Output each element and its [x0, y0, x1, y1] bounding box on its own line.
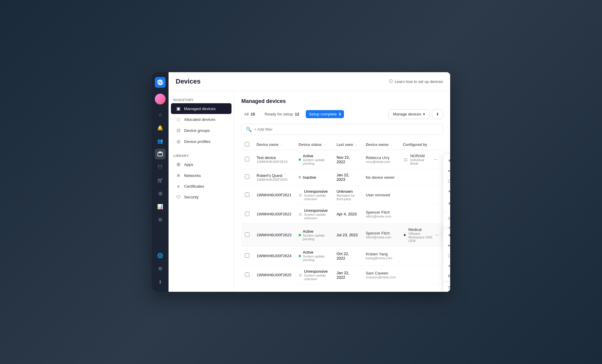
nav-devices-icon[interactable]: [155, 149, 166, 159]
table-row: 1WMHH6U00F2624 Active System update pend…: [241, 246, 443, 266]
row-checkbox[interactable]: [245, 212, 249, 216]
row-checkbox[interactable]: [245, 232, 249, 237]
device-groups-icon: ⊡: [176, 128, 181, 133]
device-profiles-label: Device profiles: [184, 139, 211, 144]
table-row: Robert's Quest 1WMHH6U00F2620 Inactive J…: [241, 169, 443, 186]
nav-home-icon[interactable]: ⌂: [155, 109, 166, 120]
nav-chart-icon[interactable]: 📊: [155, 201, 166, 212]
row-checkbox[interactable]: [245, 253, 249, 258]
config-sub: VMware Workspace ONE UEM: [408, 232, 435, 243]
table-row: 1WMHH6U00F2622 ⊘ Unresponsive System upd…: [241, 205, 443, 224]
sidebar-item-certificates[interactable]: ≡ Certificates: [171, 181, 231, 192]
owner-cell: Sam Caveen scaveen@meta.com: [362, 266, 399, 285]
tab-setup-complete[interactable]: Setup complete 3: [306, 110, 344, 118]
manage-devices-label: Manage devices: [393, 112, 421, 116]
tab-all[interactable]: All 15: [241, 110, 258, 118]
nav-people-icon[interactable]: 👥: [155, 135, 166, 146]
menu-move-group-2[interactable]: □ Move to device group: [443, 251, 450, 261]
device-status-cell: Active System update pending: [295, 246, 333, 266]
table-row: 1WMHH6U00F2625 ⊘ Unresponsive System upd…: [241, 266, 443, 285]
device-name-cell: 1WMHH6U00F2621: [253, 186, 295, 205]
status-dot-active: [299, 158, 301, 161]
nav-settings-bottom-icon[interactable]: ⚙: [155, 263, 166, 274]
sidebar-item-security[interactable]: 🛡 Security: [171, 192, 231, 202]
owner-cell: User removed: [362, 186, 399, 205]
last-seen-sort-icon[interactable]: ↕: [355, 143, 357, 146]
sidebar-item-allocated-devices[interactable]: □ Allocated devices: [171, 114, 231, 125]
nav-grid-icon[interactable]: ⊞: [155, 188, 166, 199]
status-label: Unresponsive: [304, 269, 328, 274]
sidebar-item-apps[interactable]: ⊞ Apps: [171, 159, 231, 170]
help-link[interactable]: ⓘ Learn how to set up devices: [389, 79, 443, 84]
row-more-button[interactable]: ···: [432, 155, 439, 164]
action-buttons: Manage devices ▾ ⬇: [388, 109, 443, 119]
filter-bar[interactable]: 🔍: [241, 124, 443, 135]
device-status-cell: Active System update pending: [295, 150, 333, 169]
status-label: Active: [303, 229, 313, 234]
device-name-main: Robert's Quest: [257, 173, 291, 178]
row-checkbox[interactable]: [245, 192, 249, 197]
certificates-label: Certificates: [184, 184, 204, 189]
tab-complete-count: 3: [339, 112, 341, 116]
help-icon: ⓘ: [389, 79, 393, 84]
menu-new-group-1[interactable]: + New device group: [443, 186, 450, 196]
managed-devices-icon: ▣: [176, 106, 181, 111]
networks-label: Networks: [184, 173, 201, 178]
sidebar-item-managed-devices[interactable]: ▣ Managed devices: [171, 103, 231, 114]
last-seen-cell: Jan 22, 2023: [333, 169, 362, 186]
status-sort-icon[interactable]: ↕: [324, 143, 325, 146]
device-status-cell: Inactive: [295, 169, 333, 186]
owner-email: scaveen@meta.com: [366, 275, 396, 279]
sidebar-item-device-profiles[interactable]: ◎ Device profiles: [171, 136, 231, 147]
last-seen-cell: Apr 4, 2023: [333, 205, 362, 224]
left-nav: Inventory ▣ Managed devices □ Allocated …: [169, 91, 234, 292]
owner-cell: Spencer Fitch sfitch@meta.com: [362, 205, 399, 224]
menu-edit-name-2[interactable]: ✏ Edit device name: [443, 240, 450, 251]
menu-see-details-1[interactable]: 👁 See device details: [443, 156, 450, 166]
tab-all-label: All: [244, 112, 249, 116]
main-panel: Managed devices All 15 Ready for setup 1…: [234, 91, 450, 292]
nav-cart-icon[interactable]: 🛒: [155, 175, 166, 186]
owner-sort-icon[interactable]: ↕: [391, 143, 393, 146]
manage-devices-button[interactable]: Manage devices ▾: [388, 109, 430, 119]
user-avatar[interactable]: [155, 94, 166, 104]
config-icon-medical: ✦: [403, 232, 407, 238]
tab-all-count: 15: [251, 112, 255, 116]
menu-see-details-2[interactable]: 👁 See device details: [443, 230, 450, 240]
last-seen-value: Unknown: [336, 189, 359, 194]
col-configured-by: Configured by ↕: [399, 140, 443, 150]
menu-wipe-device-2[interactable]: ⟳ Wipe device: [443, 271, 450, 281]
menu-wipe-device-1[interactable]: ⟳ Wipe device: [443, 213, 450, 223]
config-sub: Individual Mode: [410, 158, 432, 165]
select-all-checkbox[interactable]: [245, 142, 249, 146]
sidebar-item-networks[interactable]: ≋ Networks: [171, 170, 231, 181]
status-label: Active: [303, 250, 313, 255]
nav-shield-icon[interactable]: 🛡: [155, 162, 166, 172]
download-button[interactable]: ⬇: [432, 109, 443, 119]
edit-icon: ✏: [448, 169, 450, 173]
row-checkbox[interactable]: [245, 175, 249, 179]
nav-globe-icon[interactable]: 🌐: [155, 250, 166, 261]
content-row: Inventory ▣ Managed devices □ Allocated …: [169, 91, 450, 292]
menu-move-group-1[interactable]: □ Move to device group: [443, 176, 450, 186]
row-checkbox[interactable]: [245, 272, 249, 277]
search-input[interactable]: [254, 127, 439, 132]
tab-ready-setup[interactable]: Ready for setup 12: [262, 110, 302, 118]
device-status-cell: ⊘ Unresponsive System update unknown: [295, 186, 333, 205]
nav-configure-icon[interactable]: ⚙: [155, 214, 166, 225]
menu-new-group-2[interactable]: + New device group: [443, 261, 450, 271]
nav-notifications-icon[interactable]: 🔔: [155, 122, 166, 133]
config-sort-icon[interactable]: ↕: [429, 143, 431, 146]
sidebar-item-device-groups[interactable]: ⊡ Device groups: [171, 125, 231, 136]
config-icon: □: [403, 157, 409, 163]
status-dot-active: [299, 255, 301, 257]
row-checkbox[interactable]: [245, 157, 249, 161]
menu-remove-group-1[interactable]: ✕ Remove from device group: [443, 196, 450, 211]
owner-cell: Kristen Yang kyang@meta.com: [362, 246, 399, 266]
tab-ready-label: Ready for setup: [265, 112, 293, 116]
name-sort-icon[interactable]: ↑: [281, 143, 282, 146]
menu-edit-name-1[interactable]: ✏ Edit device name: [443, 166, 450, 176]
nav-info-icon[interactable]: ℹ: [155, 276, 166, 287]
tab-complete-label: Setup complete: [309, 112, 337, 116]
row-more-button-5[interactable]: ···: [434, 231, 439, 239]
